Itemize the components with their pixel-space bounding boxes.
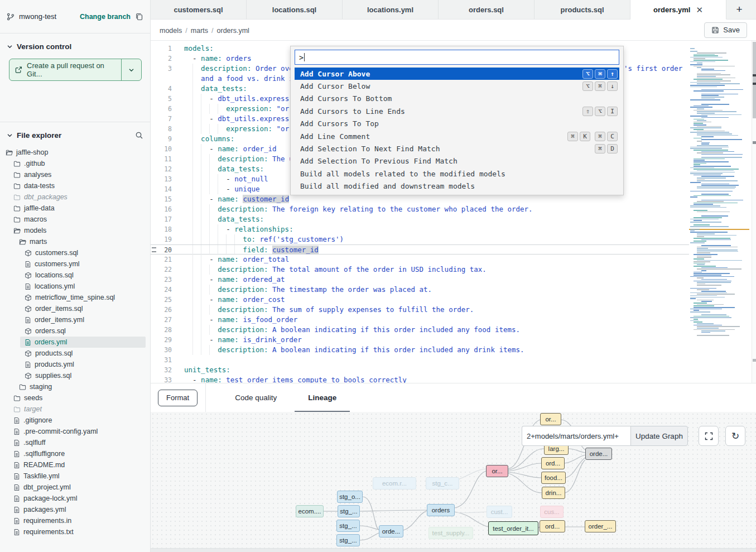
change-branch-link[interactable]: Change branch <box>80 13 131 21</box>
tree-item-staging[interactable]: staging <box>15 381 146 392</box>
editor-line[interactable]: 32unit_tests: <box>151 365 689 375</box>
editor-line[interactable]: 16 description: The foreign key relating… <box>151 204 689 214</box>
editor-line[interactable]: 23 - name: ordered_at <box>151 275 689 285</box>
tree-item-package-lock.yml[interactable]: package-lock.yml <box>9 493 146 504</box>
tree-item-requirements.in[interactable]: requirements.in <box>9 515 146 526</box>
palette-item[interactable]: Add Cursors to Line Ends⇧⌥I <box>295 105 619 117</box>
lineage-node-test_supply[interactable]: test_supply... <box>428 527 473 539</box>
lineage-node-or[interactable]: or... <box>540 413 561 425</box>
palette-item[interactable]: Add Selection To Previous Find Match <box>295 155 619 167</box>
lineage-node-ord[interactable]: ord... <box>541 457 565 469</box>
version-control-header[interactable]: Version control <box>0 33 150 56</box>
lineage-node-or[interactable]: or... <box>486 465 508 477</box>
close-icon[interactable]: ✕ <box>696 6 703 14</box>
tree-item-.github[interactable]: .github <box>9 158 146 169</box>
bottom-tab-code-quality[interactable]: Code quality <box>232 383 280 412</box>
breadcrumb-item[interactable]: marts <box>191 27 208 35</box>
tree-item-.sqlfluffignore[interactable]: .sqlfluffignore <box>9 448 146 459</box>
editor-line[interactable]: 24 description: The timestamp the order … <box>151 285 689 295</box>
tree-item-locations.sql[interactable]: locations.sql <box>20 270 146 281</box>
tab-products.sql[interactable]: products.sql <box>535 0 630 19</box>
tab-orders.sql[interactable]: orders.sql <box>439 0 535 19</box>
tab-orders.yml[interactable]: orders.yml✕ <box>630 0 726 20</box>
lineage-node-orders[interactable]: orders <box>427 504 455 516</box>
palette-item[interactable]: Add Line Comment⌘K⌘C <box>295 130 619 142</box>
tab-locations.sql[interactable]: locations.sql <box>247 0 343 19</box>
tree-item-packages.yml[interactable]: packages.yml <box>9 504 146 515</box>
file-explorer-header[interactable]: File explorer <box>0 122 150 145</box>
lineage-node-ord[interactable]: ord... <box>540 520 565 532</box>
tree-item-README.md[interactable]: README.md <box>9 459 146 471</box>
lineage-node-cust[interactable]: cust... <box>487 506 512 518</box>
search-icon[interactable] <box>135 131 143 140</box>
tree-item-dbt_project.yml[interactable]: dbt_project.yml <box>9 482 146 493</box>
tree-item-orders.yml[interactable]: orders.yml <box>20 337 146 348</box>
tree-item-marts[interactable]: marts <box>15 236 146 247</box>
lineage-node-orde[interactable]: orde... <box>379 525 403 537</box>
tree-item-products.yml[interactable]: products.yml <box>20 359 146 370</box>
tree-item-jaffle-data[interactable]: jaffle-data <box>9 203 146 214</box>
editor-line[interactable]: 20 field: customer_id <box>151 244 689 255</box>
tab-locations.yml[interactable]: locations.yml <box>343 0 439 19</box>
lineage-node-orde[interactable]: orde... <box>585 448 612 460</box>
lineage-panel[interactable]: ecom....stg_o...stg_...stg_...stg_...ord… <box>151 412 756 548</box>
tree-item-metricflow_time_spine.sql[interactable]: metricflow_time_spine.sql <box>20 292 146 303</box>
tab-customers.sql[interactable]: customers.sql <box>151 0 247 19</box>
lineage-node-stg_c[interactable]: stg_c... <box>426 477 459 489</box>
create-pr-button[interactable]: Create a pull request on Git... <box>9 59 142 81</box>
lineage-node-stg_o[interactable]: stg_o... <box>337 491 363 503</box>
lineage-node-order_[interactable]: order_... <box>585 520 616 532</box>
refresh-button[interactable]: ↻ <box>725 426 745 446</box>
editor-line[interactable]: 26 description: The sum of supply expens… <box>151 305 689 315</box>
tree-item-.sqlfluff[interactable]: .sqlfluff <box>9 437 146 448</box>
copy-icon[interactable] <box>135 12 143 21</box>
editor-line[interactable]: 27 - name: is_food_order <box>151 315 689 325</box>
breadcrumb-item[interactable]: models <box>160 27 182 35</box>
tree-item-products.sql[interactable]: products.sql <box>20 348 146 359</box>
palette-item[interactable]: Add Cursor Above⌥⌘↑ <box>295 68 619 80</box>
tree-item-customers.yml[interactable]: customers.yml <box>20 258 146 270</box>
editor-line[interactable]: 30 description: A boolean indicating if … <box>151 345 689 355</box>
create-pr-dropdown[interactable] <box>121 59 141 80</box>
editor-scrollbar[interactable] <box>752 41 756 383</box>
tree-item-orders.sql[interactable]: orders.sql <box>20 325 146 337</box>
tree-item-target[interactable]: target <box>9 404 146 415</box>
fullscreen-button[interactable] <box>699 426 719 446</box>
palette-item[interactable]: Add Cursor Below⌥⌘↓ <box>295 80 619 92</box>
editor-line[interactable]: 25 - name: order_cost <box>151 295 689 305</box>
lineage-node-stg_[interactable]: stg_... <box>336 534 360 546</box>
command-palette-input[interactable]: > <box>295 50 619 65</box>
bottom-tab-lineage[interactable]: Lineage <box>305 383 340 412</box>
tree-item-order_items.sql[interactable]: order_items.sql <box>20 303 146 314</box>
editor-line[interactable]: 19 to: ref('stg_customers') <box>151 234 689 244</box>
lineage-node-ecom[interactable]: ecom.... <box>296 505 324 517</box>
tree-item-dbt_packages[interactable]: dbt_packages <box>9 191 146 203</box>
lineage-filter-input[interactable] <box>522 426 630 446</box>
scrollbar-thumb[interactable] <box>753 42 756 118</box>
minimap[interactable] <box>689 47 752 374</box>
lineage-node-ecomr[interactable]: ecom.r... <box>373 477 416 489</box>
editor-line[interactable]: 22 description: The total amount of the … <box>151 265 689 275</box>
breadcrumb-item[interactable]: orders.yml <box>217 27 249 35</box>
tree-item-order_items.yml[interactable]: order_items.yml <box>20 314 146 325</box>
lineage-node-test_order_it[interactable]: test_order_it... <box>488 521 538 535</box>
tree-item-macros[interactable]: macros <box>9 214 146 225</box>
editor-line[interactable]: 21 - name: order_total <box>151 255 689 265</box>
tree-item-.pre-commit-config.yaml[interactable]: .pre-commit-config.yaml <box>9 426 146 437</box>
new-tab-button[interactable]: + <box>726 0 752 19</box>
tree-item-jaffle-shop[interactable]: jaffle-shop <box>1 147 146 158</box>
update-graph-button[interactable]: Update Graph <box>630 426 688 446</box>
editor-line[interactable]: 33 - name: test_order_items_compute_to_b… <box>151 375 689 383</box>
tree-item-Taskfile.yml[interactable]: Taskfile.yml <box>9 471 146 482</box>
palette-item[interactable]: Build all models related to the modified… <box>295 167 619 180</box>
tree-item-supplies.sql[interactable]: supplies.sql <box>20 370 146 381</box>
palette-item[interactable]: Add Cursors To Top <box>295 118 619 130</box>
editor-line[interactable]: 17 data_tests: <box>151 214 689 224</box>
lineage-node-stg_[interactable]: stg_... <box>338 505 360 517</box>
editor-line[interactable]: 28 description: A boolean indicating if … <box>151 325 689 335</box>
palette-item[interactable]: Add Cursors To Bottom <box>295 93 619 105</box>
tree-item-requirements.txt[interactable]: requirements.txt <box>9 526 146 537</box>
editor-line[interactable]: 18 - relationships: <box>151 224 689 234</box>
lineage-node-cus[interactable]: cus... <box>540 506 564 518</box>
tree-item-.gitignore[interactable]: .gitignore <box>9 415 146 426</box>
